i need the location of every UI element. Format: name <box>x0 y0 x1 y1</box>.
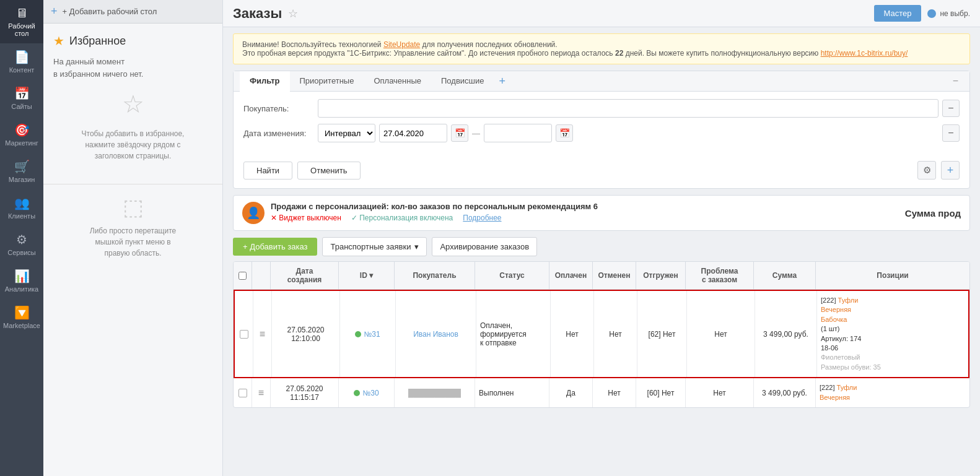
row2-date: 27.05.202011:15:17 <box>271 378 339 407</box>
th-shipped: Отгружен <box>636 262 686 289</box>
sidebar-item-shop[interactable]: 🛒 Магазин <box>0 153 43 189</box>
select-all-checkbox[interactable] <box>238 272 247 280</box>
filter-tab-paid[interactable]: Оплаченные <box>364 71 431 92</box>
row2-sum: 3 499,00 руб. <box>754 378 816 407</box>
filter-settings-button[interactable]: ⚙ <box>917 161 936 180</box>
th-id[interactable]: ID ▾ <box>339 262 395 289</box>
table-row: ≡ 27.05.202011:15:17 №30 ██████████ Выпо… <box>234 378 969 407</box>
row1-buyer[interactable]: Иван Иванов <box>396 291 476 377</box>
sidebar-label-marketplace: Marketplace <box>3 322 40 329</box>
filter-section: Фильтр Приоритетные Оплаченные Подвисшие… <box>233 71 970 189</box>
orders-toolbar: + Добавить заказ Транспортные заявки ▾ А… <box>233 237 970 256</box>
date-remove-button[interactable]: − <box>942 124 960 142</box>
sidebar-item-desktop[interactable]: 🖥 Рабочий стол <box>0 0 43 43</box>
main-header: Заказы ☆ Мастер не выбр. <box>223 0 980 27</box>
filter-date-label: Дата изменения: <box>243 129 318 138</box>
sidebar-item-marketplace[interactable]: 🔽 Marketplace <box>0 299 43 335</box>
sidebar-label-clients: Клиенты <box>8 212 35 220</box>
row1-id[interactable]: №31 <box>340 291 396 377</box>
favorites-empty-icon: ☆ <box>53 90 212 118</box>
row1-checkbox-input[interactable] <box>240 330 248 339</box>
promo-sum-label: Сумма прод <box>905 208 961 219</box>
sidebar-item-clients[interactable]: 👥 Клиенты <box>0 189 43 226</box>
buy-link[interactable]: http://www.1c-bitrix.ru/buy/ <box>821 49 908 58</box>
th-paid: Оплачен <box>549 262 593 289</box>
page-title: Заказы <box>233 6 282 22</box>
row1-positions-text: [222] ТуфлиВечерняяБабочка (1 шт) Артику… <box>821 296 881 372</box>
date-from-calendar-button[interactable]: 📅 <box>451 124 468 142</box>
row2-buyer-blurred: ██████████ <box>408 389 461 397</box>
mid-panel-header: + + Добавить рабочий стол <box>43 0 222 24</box>
filter-tab-priority[interactable]: Приоритетные <box>290 71 364 92</box>
buyer-remove-button[interactable]: − <box>942 100 960 117</box>
archive-button[interactable]: Архивирование заказов <box>432 237 537 256</box>
filter-date-inputs: Интервал 📅 — 📅 <box>318 124 938 142</box>
date-type-select[interactable]: Интервал <box>318 124 375 142</box>
favorites-hint: Чтобы добавить в избранное,нажмите звёзд… <box>53 128 212 162</box>
row2-shipped: [60] Нет <box>636 378 686 407</box>
date-to-input[interactable] <box>484 124 552 142</box>
promo-status: ✕ Виджет выключен ✓ Персонализация включ… <box>271 214 598 222</box>
row2-checkbox[interactable] <box>234 378 252 407</box>
sidebar-item-services[interactable]: ⚙ Сервисы <box>0 226 43 262</box>
row2-status: Выполнен <box>475 378 549 407</box>
promo-text: Продажи с персонализацией: кол-во заказо… <box>271 202 598 222</box>
favorite-star-button[interactable]: ☆ <box>288 7 298 20</box>
sidebar-item-sites[interactable]: 📅 Сайты <box>0 80 43 116</box>
row2-status-dot <box>354 390 360 396</box>
promo-details-link[interactable]: Подробнее <box>463 214 501 222</box>
th-checkbox <box>234 262 252 289</box>
th-buyer: Покупатель <box>395 262 475 289</box>
master-button[interactable]: Мастер <box>874 5 922 22</box>
add-workspace-button[interactable]: + <box>51 5 58 18</box>
favorites-empty-text: На данный моментв избранном ничего нет. <box>53 56 212 80</box>
alert-text2: для получения последних обновлений. <box>420 40 557 49</box>
find-button[interactable]: Найти <box>243 162 292 180</box>
promo-title: Продажи с персонализацией: кол-во заказо… <box>271 202 598 211</box>
alert-text1: Внимание! Воспользуйтесь технологией <box>242 40 383 49</box>
date-from-input[interactable] <box>379 124 447 142</box>
row1-order-link[interactable]: №31 <box>364 330 380 339</box>
filter-actions: Найти Отменить ⚙ + <box>234 156 969 188</box>
sidebar-label-services: Сервисы <box>7 249 36 256</box>
filter-tab-hanging[interactable]: Подвисшие <box>431 71 494 92</box>
desktop-icon: 🖥 <box>15 6 28 20</box>
row2-buyer[interactable]: ██████████ <box>395 378 475 407</box>
filter-tab-add-button[interactable]: + <box>494 72 510 90</box>
widget-off-label: ✕ Виджет выключен <box>271 214 341 222</box>
filter-date-row: Дата изменения: Интервал 📅 — 📅 − <box>243 124 960 142</box>
date-to-calendar-button[interactable]: 📅 <box>556 124 573 142</box>
drag-section: ⬚ Либо просто перетащитемышкой пункт мен… <box>43 184 222 269</box>
row1-checkbox[interactable] <box>235 291 253 377</box>
th-positions: Позиции <box>816 262 969 289</box>
row1-menu[interactable]: ≡ <box>253 291 272 377</box>
row1-sum: 3 499,00 руб. <box>755 291 817 377</box>
sidebar-label-desktop: Рабочий стол <box>3 22 40 37</box>
table-header: Датасоздания ID ▾ Покупатель Статус Опла… <box>234 262 969 290</box>
row2-order-link[interactable]: №30 <box>362 389 378 397</box>
th-menu <box>252 262 271 289</box>
buyer-input[interactable] <box>318 99 938 118</box>
site-update-link[interactable]: SiteUpdate <box>383 40 420 49</box>
sidebar-item-content[interactable]: 📄 Контент <box>0 43 43 80</box>
filter-tab-filter[interactable]: Фильтр <box>240 71 290 92</box>
row1-buyer-link[interactable]: Иван Иванов <box>413 330 458 339</box>
row2-menu[interactable]: ≡ <box>252 378 271 407</box>
sidebar-item-analytics[interactable]: 📊 Аналитика <box>0 262 43 299</box>
clients-icon: 👥 <box>14 196 30 210</box>
favorites-star-icon: ★ <box>53 33 64 48</box>
sidebar-item-marketing[interactable]: 🎯 Маркетинг <box>0 116 43 153</box>
filter-tab-remove-button[interactable]: − <box>948 73 963 89</box>
add-order-button[interactable]: + Добавить заказ <box>233 238 317 256</box>
row2-id[interactable]: №30 <box>339 378 395 407</box>
row2-menu-icon[interactable]: ≡ <box>258 387 264 399</box>
transport-button[interactable]: Транспортные заявки ▾ <box>322 237 427 256</box>
filter-add-field-button[interactable]: + <box>941 161 960 180</box>
th-sum: Сумма <box>754 262 816 289</box>
cancel-filter-button[interactable]: Отменить <box>297 162 360 180</box>
row1-menu-icon[interactable]: ≡ <box>260 329 265 340</box>
alert-banner: Внимание! Воспользуйтесь технологией Sit… <box>233 33 970 64</box>
th-status: Статус <box>475 262 549 289</box>
radio-dot-icon <box>927 9 936 18</box>
row2-checkbox-input[interactable] <box>238 389 247 397</box>
